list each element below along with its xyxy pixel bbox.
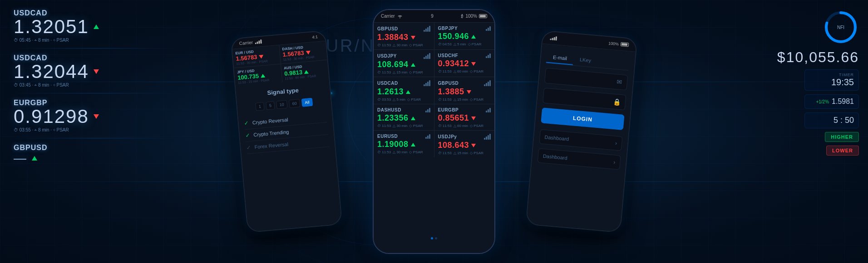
bar-8-3: [429, 134, 430, 139]
battery-body-right: [621, 42, 629, 47]
mini-arrow-0: [259, 54, 264, 58]
menu-label-2: Dashboard: [542, 153, 567, 161]
card-header-4: USDCAD: [377, 80, 430, 86]
lock-icon: 🔒: [612, 98, 621, 106]
scroll-dot-1: [431, 237, 433, 239]
right-panel: NFI $10,055.66 TIMER 19:35 +1/2% 1.5981 …: [659, 0, 868, 263]
ticker-usdcad-1: USDCAD 1.32051 ⏱ 05:45 · △ 8 min · ◇ PSA…: [14, 9, 177, 43]
bar-7-1: [486, 111, 487, 112]
ticker-eurgbp: EURGBP 0.91298 ⏱ 03:55 · △ 8 min · ◇ PSA…: [14, 99, 177, 132]
card-period-8: △ 30 min: [393, 150, 407, 154]
signal-bar-r-2: [552, 38, 553, 40]
card-time-3: ⏱ 11:53: [438, 69, 452, 73]
card-meta-7: ⏱ 11:53 △ 60 min ◇ PSAR: [438, 124, 491, 128]
left-ticker-panel: USDCAD 1.32051 ⏱ 05:45 · △ 8 min · ◇ PSA…: [0, 0, 191, 263]
card-bars-9: [484, 134, 491, 140]
card-gbpusd-2[interactable]: GBPUSD 1.3885 ⏱ 11:53: [434, 77, 495, 104]
card-arrow-0: [411, 36, 415, 39]
signal-panel-title: Signal type: [242, 84, 325, 98]
filter-btn-1[interactable]: 1: [255, 102, 265, 111]
card-header-3: USDCHF: [438, 53, 491, 58]
card-bars-5: [484, 80, 491, 86]
card-header-8: EURUSD: [377, 134, 430, 139]
tab-email[interactable]: E-mail: [546, 51, 574, 65]
bar-7-2: [488, 109, 489, 112]
tab-lkey[interactable]: LKey: [573, 54, 598, 68]
card-usdjpy[interactable]: USDJPY 108.694 ⏱ 11:53: [374, 50, 434, 77]
card-header-5: GBPUSD: [438, 80, 491, 86]
timer-widget: TIMER 19:35: [804, 69, 859, 91]
card-period-2: △ 15 min: [393, 70, 407, 74]
card-indicator-8: ◇ PSAR: [409, 150, 423, 154]
card-price-4: 1.2613: [377, 87, 404, 97]
password-field[interactable]: 🔒: [542, 88, 626, 110]
card-arrow-2: [411, 63, 415, 67]
filter-btn-all[interactable]: All: [301, 98, 313, 107]
bar-4-1: [424, 84, 425, 86]
bar-6-1: [425, 111, 427, 112]
filter-btn-60[interactable]: 60: [289, 99, 300, 108]
login-button[interactable]: LOGIN: [541, 107, 624, 130]
filter-btn-5[interactable]: 5: [266, 101, 275, 110]
card-usdchf[interactable]: USDCHF 0.93412 ⏱ 11:53 △ 60 min: [434, 50, 495, 77]
card-eurgbp[interactable]: EURGBP 0.85651 ⏱ 11:53 △ 60 min: [434, 104, 495, 130]
bar-5-3: [488, 82, 489, 86]
bar-1-1: [486, 29, 487, 31]
mini-arrow-2: [261, 73, 266, 78]
menu-label-1: Dashboard: [544, 134, 569, 142]
signal-bar-1: [255, 43, 256, 44]
card-period-9: △ 15 min: [454, 151, 468, 155]
menu-item-1[interactable]: Dashboard ›: [539, 129, 622, 151]
login-tabs: E-mail LKey: [546, 51, 630, 71]
time-main: 9: [431, 14, 434, 19]
bluetooth-icon: ₿: [461, 14, 464, 19]
timer-label: TIMER: [839, 73, 854, 77]
mini-arrow-1: [306, 50, 311, 54]
ticker-usdcad-2: USDCAD 1.32044 ⏱ 03:45 · △ 8 min · ◇ PSA…: [14, 54, 177, 88]
signal-bar-r-1: [550, 39, 551, 40]
signal-label-1: Crypto Trending: [253, 129, 289, 138]
chevron-right-icon-2: ›: [613, 159, 616, 165]
card-usdcad-main[interactable]: USDCAD 1.2613 ⏱ 03:53: [374, 77, 434, 104]
card-indicator-2: ◇ PSAR: [409, 70, 423, 74]
card-period-0: △ 30 min: [393, 43, 407, 47]
card-period-3: △ 60 min: [454, 69, 468, 73]
card-meta-8: ⏱ 11:53 △ 30 min ◇ PSAR: [377, 150, 430, 154]
card-gbpusd[interactable]: GBPUSD 1.38843 ⏱ 11:53: [374, 23, 434, 49]
circular-chart-svg: NFI: [823, 9, 859, 45]
stat-value-2: 5 : 50: [833, 116, 854, 125]
signal-bars-right: [550, 36, 557, 40]
mini-arrow-3: [304, 70, 309, 74]
card-eurusd[interactable]: EURUSD 1.19008 ⏱ 11:53 △ 30 min: [374, 131, 434, 157]
card-arrow-8: [411, 143, 415, 146]
bar-6-3: [429, 108, 430, 112]
email-field[interactable]: ✉: [544, 68, 628, 91]
card-meta-6: ⏱ 11:53 △ 30 min ◇ PSAR: [377, 124, 430, 128]
bar-2-4: [429, 53, 430, 59]
phone-main-notch: Carrier 9 ₿ 100%: [374, 10, 494, 23]
card-symbol-1: GBPJPY: [438, 26, 458, 31]
card-bars-8: [425, 134, 430, 139]
card-gbpjpy[interactable]: GBPJPY 150.946 ⏱ 04:53 △ 5 min: [434, 23, 495, 49]
card-dashusd[interactable]: DASHUSD 1.23356 ⏱ 11:53 △ 30 min: [374, 104, 434, 130]
phones-container: Carrier 4:1 EUR / USD 1.56783 1: [275, 0, 593, 263]
menu-item-2[interactable]: Dashboard ›: [538, 148, 621, 170]
card-symbol-9: USDJPy: [438, 134, 457, 139]
divider-3: [14, 138, 177, 138]
signal-right: [550, 36, 557, 40]
signal-bar-r-4: [555, 36, 557, 40]
card-arrow-3: [471, 62, 476, 66]
card-symbol-2: USDJPY: [377, 54, 397, 58]
signal-panel: Signal type 1 5 10 60 All ✓ Crypto Rever…: [236, 78, 341, 232]
filter-btn-10[interactable]: 10: [276, 100, 287, 109]
ticker-meta-3: ⏱ 03:55 · △ 8 min · ◇ PSAR: [14, 127, 69, 132]
bar-2-1: [424, 57, 425, 59]
chevron-right-icon-1: ›: [615, 140, 617, 146]
card-bars-3: [486, 54, 491, 58]
card-arrow-6: [411, 117, 415, 120]
card-usdjpy-2[interactable]: USDJPy 108.643 ⏱ 11:53: [434, 131, 495, 157]
card-meta-4: ⏱ 03:53 △ 5 min ◇ PSAR: [377, 97, 430, 102]
card-indicator-1: ◇ PSAR: [468, 42, 482, 46]
stat-value-1: 1.5981: [832, 97, 854, 106]
battery-left: 4:1: [312, 34, 318, 39]
